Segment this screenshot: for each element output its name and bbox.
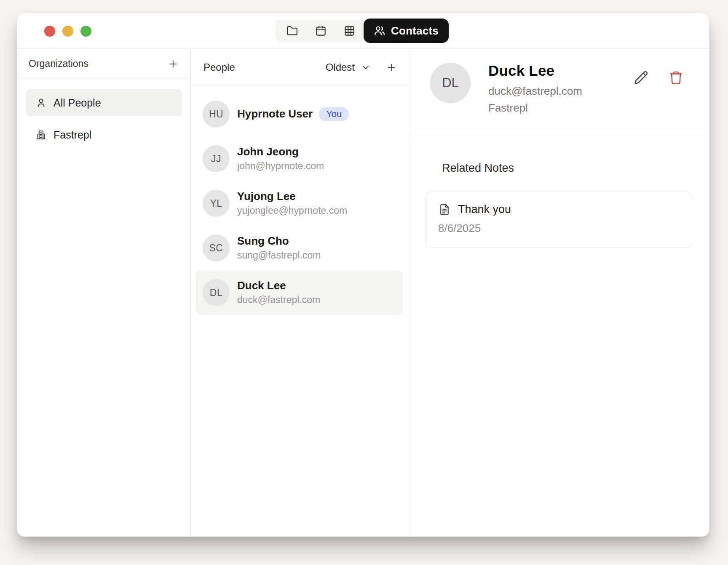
tab-contacts-label: Contacts — [391, 24, 439, 37]
sidebar-item-fastrepl[interactable]: Fastrepl — [26, 121, 182, 148]
contact-detail-body: Related Notes Thank you 8/6/2025 — [408, 137, 709, 248]
person-email: john@hyprnote.com — [237, 160, 324, 172]
edit-contact-button[interactable] — [633, 70, 649, 85]
sort-dropdown[interactable]: Oldest — [326, 61, 355, 73]
users-icon — [374, 25, 385, 37]
tab-contacts[interactable]: Contacts — [364, 19, 449, 43]
organizations-title: Organizations — [29, 58, 88, 69]
avatar: DL — [203, 279, 230, 306]
tab-calendar[interactable] — [306, 20, 335, 42]
note-date: 8/6/2025 — [438, 222, 679, 235]
file-text-icon — [438, 203, 451, 216]
tab-notes[interactable] — [278, 20, 306, 42]
table-icon — [344, 25, 355, 37]
people-panel: People Oldest HU — [191, 49, 408, 536]
avatar: JJ — [203, 145, 230, 172]
contact-detail-panel: DL Duck Lee duck@fastrepl.com Fastrepl — [408, 49, 709, 536]
sidebar-item-label: Fastrepl — [54, 129, 91, 141]
avatar: DL — [430, 63, 471, 103]
zoom-window-button[interactable] — [80, 26, 91, 37]
building-icon — [36, 130, 46, 140]
minimize-window-button[interactable] — [62, 26, 73, 37]
person-row-john-jeong[interactable]: JJ John Jeong john@hyprnote.com — [196, 136, 403, 181]
chevron-down-icon[interactable] — [361, 62, 371, 72]
contact-name: Duck Lee — [488, 62, 582, 79]
sidebar-item-label: All People — [54, 97, 101, 109]
view-switcher: Contacts — [275, 20, 451, 42]
calendar-icon — [315, 25, 327, 37]
folder-icon — [286, 25, 298, 37]
person-row-duck-lee[interactable]: DL Duck Lee duck@fastrepl.com — [196, 270, 403, 315]
note-title: Thank you — [458, 203, 511, 216]
person-name: Hyprnote User — [237, 108, 313, 120]
app-window: Contacts Organizations All Peop — [17, 13, 709, 537]
person-row-sung-cho[interactable]: SC Sung Cho sung@fastrepl.com — [196, 226, 403, 270]
avatar: SC — [203, 235, 230, 261]
contact-organization: Fastrepl — [488, 101, 582, 115]
trash-icon — [668, 70, 684, 85]
person-row-yujong-lee[interactable]: YL Yujong Lee yujonglee@hyprnote.com — [196, 181, 403, 226]
tab-table[interactable] — [335, 20, 364, 42]
person-name: Duck Lee — [237, 280, 320, 292]
related-notes-title: Related Notes — [442, 162, 692, 175]
person-name: John Jeong — [237, 146, 324, 158]
add-organization-button[interactable] — [168, 59, 179, 69]
avatar: HU — [203, 101, 230, 128]
people-list: HU Hyprnote User You JJ John Jeong john@… — [191, 86, 408, 321]
plus-icon — [168, 59, 179, 69]
person-email: duck@fastrepl.com — [237, 294, 320, 306]
user-icon — [36, 98, 46, 108]
person-row-hyprnote-user[interactable]: HU Hyprnote User You — [196, 92, 403, 136]
people-header: People Oldest — [191, 49, 408, 86]
delete-contact-button[interactable] — [668, 70, 684, 85]
close-window-button[interactable] — [44, 26, 55, 37]
organizations-sidebar: Organizations All People — [17, 49, 191, 536]
person-email: yujonglee@hyprnote.com — [237, 205, 347, 216]
contact-actions — [633, 70, 684, 85]
sidebar-item-all-people[interactable]: All People — [26, 89, 182, 116]
you-badge: You — [319, 107, 349, 121]
avatar: YL — [203, 190, 230, 217]
add-person-button[interactable] — [386, 62, 397, 73]
related-note-card[interactable]: Thank you 8/6/2025 — [425, 192, 692, 248]
organizations-list: All People Fastrepl — [17, 79, 190, 148]
person-name: Sung Cho — [237, 235, 321, 248]
main-content: Organizations All People — [17, 49, 709, 536]
contact-email: duck@fastrepl.com — [488, 85, 582, 98]
organizations-header: Organizations — [17, 49, 190, 79]
pencil-icon — [633, 70, 649, 85]
person-name: Yujong Lee — [237, 190, 347, 203]
people-title: People — [203, 61, 235, 73]
title-bar: Contacts — [17, 13, 709, 49]
traffic-lights — [44, 26, 91, 37]
contact-detail-header: DL Duck Lee duck@fastrepl.com Fastrepl — [408, 49, 709, 137]
person-email: sung@fastrepl.com — [237, 250, 321, 261]
plus-icon — [386, 62, 397, 73]
